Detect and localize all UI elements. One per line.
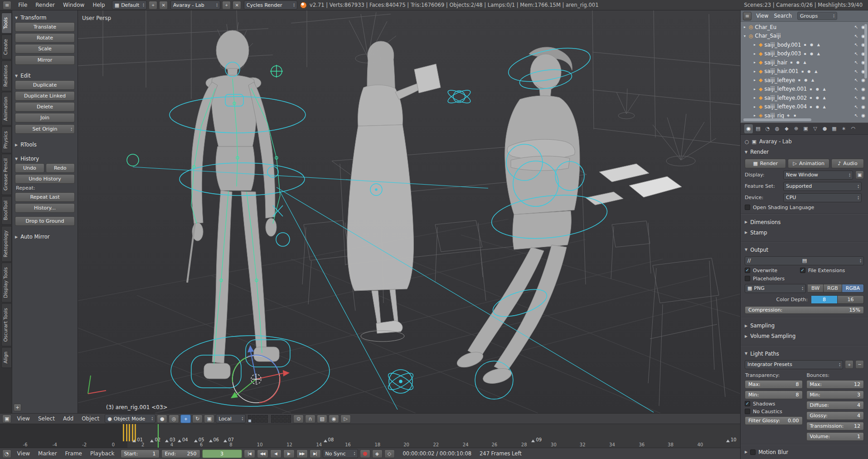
outliner-row[interactable]: ▸ ◆ saiji_body.001 ▪ ● ▲ ↖ ◉ xyxy=(742,40,866,49)
shadows-checkbox[interactable] xyxy=(745,401,750,406)
edit-tool-button[interactable]: Delete xyxy=(15,102,75,112)
restrict-render-icon[interactable]: ◉ xyxy=(861,95,865,100)
restrict-render-icon[interactable]: ◉ xyxy=(861,113,865,118)
color-mode-option[interactable]: RGBA xyxy=(842,284,864,293)
bounce-field[interactable]: Transmission:12 xyxy=(806,422,864,430)
color-depth-option[interactable]: 8 xyxy=(811,295,838,304)
manipulator-translate-toggle[interactable]: ＋ xyxy=(180,415,191,423)
device-select[interactable]: CPU xyxy=(783,193,862,202)
feature-set-select[interactable]: Supported xyxy=(783,182,862,191)
properties-tab[interactable]: ▽ xyxy=(811,124,820,133)
restrict-select-icon[interactable]: ↖ xyxy=(854,95,858,100)
bounce-field[interactable]: Diffuse:4 xyxy=(806,401,864,410)
color-mode-option[interactable]: BW xyxy=(808,284,824,293)
drop-to-ground-button[interactable]: Drop to Ground xyxy=(15,216,75,226)
restrict-select-icon[interactable]: ↖ xyxy=(854,51,858,56)
undo-history-button[interactable]: Undo History xyxy=(15,174,75,184)
toolshelf-tab[interactable]: Tools xyxy=(1,13,12,34)
render-animation-button[interactable]: ▷Animation xyxy=(788,159,829,168)
outliner-row[interactable]: ▸ ◆ saiji_body.003 ▪ ● ▲ ↖ ◉ xyxy=(742,49,866,59)
view3d-menu-item[interactable]: View xyxy=(13,415,34,422)
viewport-shading-select[interactable]: ● xyxy=(157,415,167,423)
restrict-select-icon[interactable]: ↖ xyxy=(854,42,858,47)
toolshelf-tab[interactable]: Grease Pencil xyxy=(1,154,12,195)
play-button[interactable]: ▶ xyxy=(283,449,295,458)
toolshelf-tab[interactable]: Align xyxy=(1,347,12,368)
render-still-button[interactable]: ▦Render xyxy=(745,159,786,168)
bounce-field[interactable]: Min:3 xyxy=(806,391,864,399)
osl-checkbox[interactable] xyxy=(745,205,750,210)
outliner-row[interactable]: ▸ ◆ saiji_lefteye.002 ▪ ● ▲ ↖ ◉ xyxy=(742,93,866,103)
current-frame-field[interactable]: 3 xyxy=(202,449,242,458)
view3d-menu-item[interactable]: Add xyxy=(59,415,78,422)
repeat-last-button[interactable]: Repeat Last xyxy=(15,192,75,202)
timeline-marker[interactable]: 03 xyxy=(165,437,175,442)
properties-tab[interactable]: ▣ xyxy=(801,124,810,133)
folder-icon[interactable]: ▤ xyxy=(802,258,807,264)
timeline-marker[interactable]: 10 xyxy=(726,437,737,442)
properties-tab[interactable]: ◆ xyxy=(782,124,791,133)
color-mode-option[interactable]: RGB xyxy=(824,284,842,293)
delete-layout-button[interactable]: ✕ xyxy=(159,1,168,10)
render-audio-button[interactable]: ♪Audio xyxy=(831,159,864,168)
mode-select[interactable]: ●Object Mode xyxy=(105,414,155,423)
opengl-render-button[interactable]: ◉ xyxy=(329,415,339,423)
object-name[interactable]: saiji_body.003 xyxy=(764,50,801,57)
transform-tool-button[interactable]: Translate xyxy=(15,22,75,32)
panel-header-rtools[interactable]: RTools xyxy=(15,140,75,149)
outliner-hscrollbar[interactable] xyxy=(743,118,811,121)
collapsed-panel-header[interactable]: Volume Sampling xyxy=(745,332,864,341)
panel-header-output[interactable]: Output xyxy=(745,246,864,254)
timeline-marker[interactable]: 05 xyxy=(194,437,204,442)
expand-icon[interactable]: ▸ xyxy=(752,52,757,56)
collapsed-panel-header[interactable]: Dimensions xyxy=(745,218,864,227)
properties-tab[interactable]: ▤ xyxy=(754,124,762,133)
no-caustics-checkbox[interactable] xyxy=(745,409,750,414)
object-name[interactable]: saiji_lefteye xyxy=(764,77,795,83)
transparency-bounce-field[interactable]: Min:8 xyxy=(745,391,803,399)
redo-button[interactable]: Redo xyxy=(46,163,75,173)
object-name[interactable]: saiji_lefteye.004 xyxy=(764,103,807,110)
timeline-marker[interactable]: 08 xyxy=(324,437,334,442)
restrict-render-icon[interactable]: ◉ xyxy=(861,104,865,109)
collapsed-panel-header[interactable]: Stamp xyxy=(745,228,864,237)
expand-icon[interactable]: ▸ xyxy=(742,25,747,29)
viewport-3d[interactable]: User Persp (3) aren_rig.001 <03> xyxy=(78,10,740,413)
toolshelf-tab[interactable]: Relations xyxy=(1,60,12,91)
toolshelf-tab[interactable]: Physics xyxy=(1,127,12,153)
toolshelf-tab[interactable]: Retopology xyxy=(1,226,12,262)
jump-to-start-button[interactable]: |◀ xyxy=(244,449,255,458)
transform-tool-button[interactable]: Scale xyxy=(15,44,75,54)
keyframe-line[interactable] xyxy=(126,424,127,441)
delete-scene-button[interactable]: ✕ xyxy=(233,1,241,10)
object-name[interactable]: saiji_hair xyxy=(764,59,787,66)
scene-lock-toggle[interactable]: ⊙ xyxy=(293,415,304,423)
manipulator-scale-toggle[interactable]: ▣ xyxy=(204,415,214,423)
output-path-field[interactable]: //▤ xyxy=(745,256,864,265)
properties-tab[interactable]: ◠ xyxy=(849,124,858,133)
add-scene-button[interactable]: ＋ xyxy=(222,1,231,10)
file-format-select[interactable]: ▦PNG xyxy=(745,284,806,293)
mirror-button[interactable]: Mirror xyxy=(15,55,75,65)
timeline-marker[interactable]: 02 xyxy=(150,437,160,442)
properties-tab[interactable]: ▦ xyxy=(830,124,839,133)
snap-element-select[interactable]: ▧ xyxy=(317,415,327,423)
outliner-display-mode-select[interactable]: Groups xyxy=(797,12,837,20)
restrict-select-icon[interactable]: ↖ xyxy=(854,113,858,118)
filter-glossy-field[interactable]: Filter Glossy:0.00 xyxy=(745,416,803,425)
menubar-item[interactable]: Window xyxy=(59,2,88,8)
collapsed-panel-header[interactable]: Sampling xyxy=(745,321,864,330)
editor-type-button-outliner[interactable]: ≡ xyxy=(743,12,752,20)
timeline-marker[interactable]: 07 xyxy=(223,437,234,442)
bounce-field[interactable]: Glossy:4 xyxy=(806,411,864,420)
restrict-select-icon[interactable]: ↖ xyxy=(854,78,858,83)
overwrite-checkbox[interactable] xyxy=(745,268,750,273)
expand-icon[interactable]: ▾ xyxy=(742,34,747,38)
outliner-row[interactable]: ▸ ◆ saiji_lefteye.001 ▪ ● ▲ ↖ ◉ xyxy=(742,85,866,94)
pin-icon[interactable]: ○ xyxy=(745,139,749,145)
toolshelf-tab[interactable]: Create xyxy=(1,34,12,59)
render-engine-select[interactable]: Cycles Render xyxy=(244,0,297,10)
restrict-select-icon[interactable]: ↖ xyxy=(854,34,858,39)
remove-preset-button[interactable]: − xyxy=(855,360,864,369)
add-preset-button[interactable]: ＋ xyxy=(845,360,853,369)
